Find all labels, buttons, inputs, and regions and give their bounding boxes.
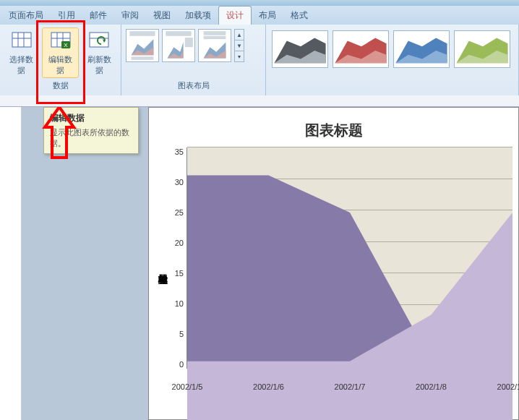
refresh-data-label: 刷新数据	[84, 54, 114, 76]
chart-layout-1[interactable]	[126, 29, 159, 62]
chart-layout-2[interactable]	[162, 29, 195, 62]
tab-design[interactable]: 设计	[218, 6, 252, 25]
svg-rect-20	[204, 31, 226, 35]
tab-view[interactable]: 视图	[146, 7, 178, 25]
refresh-data-button[interactable]: 刷新数据	[80, 27, 118, 78]
chart-style-2[interactable]	[333, 30, 389, 68]
svg-rect-10	[90, 33, 108, 47]
chart-title[interactable]: 图表标题	[155, 121, 512, 140]
svg-rect-0	[12, 33, 31, 47]
edit-data-button[interactable]: X 编辑数据	[42, 27, 80, 78]
tab-format[interactable]: 格式	[283, 7, 315, 25]
layout-gallery-more[interactable]: ▾	[235, 51, 244, 61]
select-data-label: 选择数据	[7, 54, 37, 76]
chart-plot-area[interactable]: 2002/1/52002/1/62002/1/72002/1/82002/1/9	[186, 147, 512, 369]
svg-text:X: X	[64, 42, 68, 48]
ribbon: 选择数据 X 编辑数据 刷新数据 数据	[0, 25, 519, 95]
svg-rect-15	[132, 56, 154, 59]
y-axis-label[interactable]: 坐标轴标题	[155, 147, 171, 386]
menu-tabs: 页面布局 引用 邮件 审阅 视图 加载项 设计 布局 格式	[0, 6, 519, 25]
layout-gallery-down[interactable]: ▼	[235, 40, 244, 51]
tab-references[interactable]: 引用	[51, 7, 82, 25]
data-group-label: 数据	[3, 79, 118, 93]
svg-rect-16	[166, 31, 191, 36]
edit-data-label: 编辑数据	[46, 54, 76, 76]
select-data-button[interactable]: 选择数据	[3, 27, 40, 78]
tab-review[interactable]: 审阅	[114, 7, 146, 25]
layout-group-label: 图表布局	[124, 79, 262, 93]
embedded-chart[interactable]: 图表标题 坐标轴标题 35302520151050 2002/1/52002/1…	[148, 107, 519, 420]
tab-addins[interactable]: 加载项	[178, 7, 218, 25]
chart-style-4[interactable]	[454, 30, 510, 68]
horizontal-ruler	[0, 95, 519, 107]
tab-layout[interactable]: 布局	[252, 7, 283, 25]
y-axis-ticks: 35302520151050	[171, 147, 186, 386]
chart-style-1[interactable]	[272, 30, 328, 68]
select-data-icon	[10, 30, 33, 53]
chart-layout-3[interactable]	[198, 29, 231, 62]
svg-rect-21	[204, 36, 226, 39]
tab-page-layout[interactable]: 页面布局	[1, 7, 51, 25]
chart-style-3[interactable]	[393, 30, 450, 68]
refresh-data-icon	[87, 30, 111, 53]
svg-rect-17	[185, 38, 193, 47]
tab-mailings[interactable]: 邮件	[82, 7, 114, 25]
annotation-arrow-icon	[38, 107, 81, 165]
svg-rect-12	[129, 31, 155, 36]
edit-data-icon: X	[49, 30, 72, 53]
layout-gallery-up[interactable]: ▲	[235, 30, 244, 40]
